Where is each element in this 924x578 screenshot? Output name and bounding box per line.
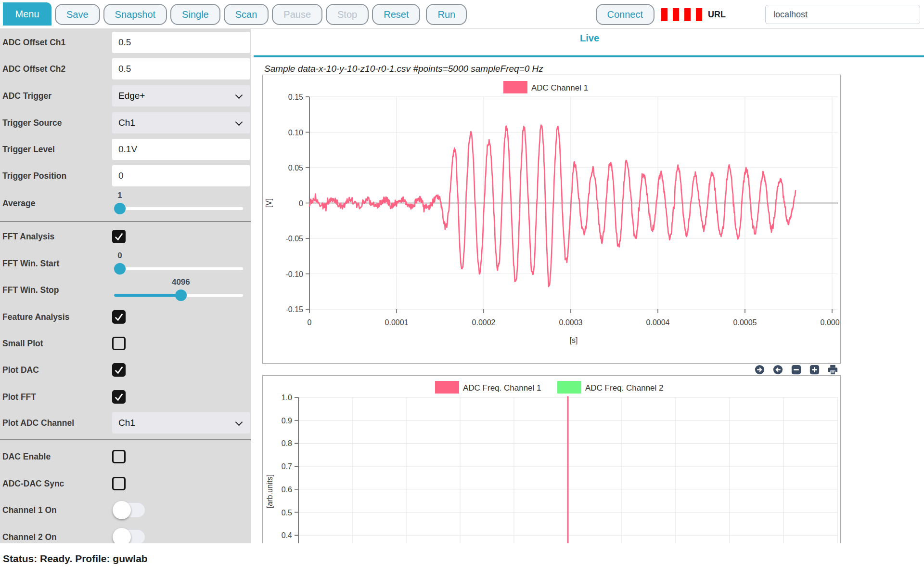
snapshot-button[interactable]: Snapshot bbox=[103, 4, 167, 25]
channel-1-on-toggle[interactable] bbox=[114, 503, 145, 517]
x-tick-label: 0 bbox=[308, 318, 312, 327]
slider-knob[interactable] bbox=[114, 263, 126, 275]
label-adc-offset-ch1: ADC Offset Ch1 bbox=[2, 29, 65, 56]
y-tick-label: 1.0 bbox=[282, 394, 292, 402]
toolbar-buttons: SaveSnapshotSingleScanPauseStopReset bbox=[55, 4, 420, 25]
check-icon bbox=[114, 392, 124, 402]
dac-enable-checkbox[interactable] bbox=[112, 450, 126, 463]
label-channel-1-on: Channel 1 On bbox=[2, 497, 57, 524]
y-tick-label: 0.9 bbox=[282, 417, 292, 425]
reset-button[interactable]: Reset bbox=[372, 4, 420, 25]
x-tick-label: 0.0001 bbox=[385, 318, 409, 327]
adc-waveform-chart: ADC Channel 10.150.100.050-0.05-0.10-0.1… bbox=[262, 75, 841, 364]
sidebar-row-small-plot: Small Plot bbox=[0, 330, 251, 357]
label-adc-offset-ch2: ADC Offset Ch2 bbox=[2, 55, 65, 82]
connection-bar-icon bbox=[661, 8, 667, 21]
plot-fft-checkbox[interactable] bbox=[112, 390, 126, 404]
save-button[interactable]: Save bbox=[55, 4, 100, 25]
feature-analysis-checkbox[interactable] bbox=[112, 310, 126, 324]
y-tick-label: 0.05 bbox=[288, 164, 303, 172]
adc-frequency-chart: ADC Freq. Channel 1ADC Freq. Channel 21.… bbox=[262, 375, 841, 543]
plot-adc-channel-select[interactable]: Ch1 bbox=[112, 412, 250, 434]
sidebar-row-plot-fft: Plot FFT bbox=[0, 383, 251, 410]
connect-button[interactable]: Connect bbox=[596, 4, 655, 25]
sidebar-row-dac-enable: DAC Enable bbox=[0, 443, 251, 470]
toggle-knob[interactable] bbox=[113, 501, 131, 519]
pan-right-icon[interactable] bbox=[755, 365, 765, 375]
adc-dac-sync-checkbox[interactable] bbox=[112, 477, 126, 490]
adc-trigger-select[interactable]: Edge+ bbox=[112, 85, 250, 106]
sidebar-row-feature-analysis: Feature Analysis bbox=[0, 303, 251, 330]
menu-button[interactable]: Menu bbox=[3, 2, 51, 26]
print-icon[interactable] bbox=[828, 365, 838, 375]
pause-button: Pause bbox=[272, 4, 322, 25]
sidebar-row-channel-1-on: Channel 1 On bbox=[0, 497, 251, 524]
adc-offset-ch2-input[interactable] bbox=[112, 58, 250, 79]
sample-info-text: Sample data-x-10-y-10-z10-r0-1.csv #poin… bbox=[264, 64, 543, 74]
label-plot-dac: Plot DAC bbox=[2, 356, 39, 383]
zoom-in-icon[interactable] bbox=[809, 365, 820, 375]
y-axis-label: [arb.units] bbox=[266, 474, 274, 508]
trigger-level-input[interactable] bbox=[112, 139, 250, 160]
fft-analysis-checkbox[interactable] bbox=[112, 230, 126, 243]
legend-label-freq-ch2: ADC Freq. Channel 2 bbox=[585, 383, 664, 393]
waveform-plot: ADC Channel 10.150.100.050-0.05-0.10-0.1… bbox=[263, 75, 840, 363]
label-feature-analysis: Feature Analysis bbox=[2, 303, 69, 330]
url-input[interactable] bbox=[765, 5, 920, 24]
slider-value: 1 bbox=[117, 191, 122, 200]
url-label: URL bbox=[708, 10, 726, 20]
adc-offset-ch1-input[interactable] bbox=[112, 32, 250, 53]
fft-win-stop-slider: 4096 bbox=[114, 276, 243, 303]
run-button[interactable]: Run bbox=[426, 4, 467, 25]
sidebar-row-trigger-level: Trigger Level bbox=[0, 136, 251, 163]
channel-2-on-toggle[interactable] bbox=[114, 530, 145, 543]
top-toolbar: Menu SaveSnapshotSingleScanPauseStopRese… bbox=[0, 0, 924, 29]
y-axis-label: [V] bbox=[265, 198, 273, 208]
spectrum-plot: ADC Freq. Channel 1ADC Freq. Channel 21.… bbox=[263, 376, 840, 543]
pan-left-icon[interactable] bbox=[773, 365, 783, 375]
main-content: Live Sample data-x-10-y-10-z10-r0-1.csv … bbox=[255, 29, 924, 543]
label-trigger-position: Trigger Position bbox=[2, 162, 66, 189]
label-channel-2-on: Channel 2 On bbox=[2, 524, 57, 543]
toolbar-button-row: Menu SaveSnapshotSingleScanPauseStopRese… bbox=[0, 0, 467, 26]
sidebar-row-adc-dac-sync: ADC-DAC Sync bbox=[0, 470, 251, 497]
toggle-knob[interactable] bbox=[113, 528, 131, 543]
plot-toolbar bbox=[755, 365, 838, 375]
tab-live[interactable]: Live bbox=[255, 33, 924, 44]
tab-underline bbox=[254, 55, 924, 57]
sidebar-row-fft-analysis: FFT Analysis bbox=[0, 223, 251, 250]
slider-track[interactable] bbox=[114, 267, 243, 270]
adc-channel1-trace bbox=[309, 125, 796, 287]
y-tick-label: -0.15 bbox=[286, 305, 304, 314]
x-tick-label: 0.0004 bbox=[646, 318, 670, 327]
label-fft-win-start: FFT Win. Start bbox=[2, 250, 59, 277]
status-text: Status: Ready. Profile: guwlab bbox=[3, 553, 148, 565]
small-plot-checkbox[interactable] bbox=[112, 337, 126, 350]
label-trigger-source: Trigger Source bbox=[2, 109, 62, 136]
scan-button[interactable]: Scan bbox=[224, 4, 269, 25]
y-tick-label: 0.10 bbox=[288, 129, 303, 137]
connection-bar-icon bbox=[696, 8, 702, 21]
y-tick-label: -0.10 bbox=[286, 270, 304, 278]
plot-dac-checkbox[interactable] bbox=[112, 363, 126, 377]
trigger-position-input[interactable] bbox=[112, 165, 250, 186]
slider-knob[interactable] bbox=[175, 289, 187, 301]
sidebar-row-fft-win-stop: FFT Win. Stop4096 bbox=[0, 276, 251, 303]
chevron-down-icon bbox=[235, 419, 243, 426]
single-button[interactable]: Single bbox=[170, 4, 220, 25]
x-tick-label: 0.0003 bbox=[559, 318, 583, 327]
slider-track[interactable] bbox=[114, 207, 243, 210]
slider-value: 4096 bbox=[172, 277, 190, 287]
chevron-down-icon bbox=[235, 92, 243, 99]
sidebar-row-adc-trigger: ADC TriggerEdge+ bbox=[0, 82, 251, 109]
check-icon bbox=[114, 365, 124, 375]
sidebar-divider bbox=[0, 221, 251, 222]
sidebar-row-trigger-position: Trigger Position bbox=[0, 162, 251, 189]
legend-label-freq-ch1: ADC Freq. Channel 1 bbox=[463, 383, 541, 393]
connection-strength-indicator bbox=[661, 4, 702, 25]
average-slider: 1 bbox=[114, 190, 243, 217]
zoom-out-icon[interactable] bbox=[791, 365, 801, 375]
label-plot-adc-channel: Plot ADC Channel bbox=[2, 409, 74, 436]
slider-knob[interactable] bbox=[114, 203, 126, 214]
trigger-source-select[interactable]: Ch1 bbox=[112, 112, 250, 133]
